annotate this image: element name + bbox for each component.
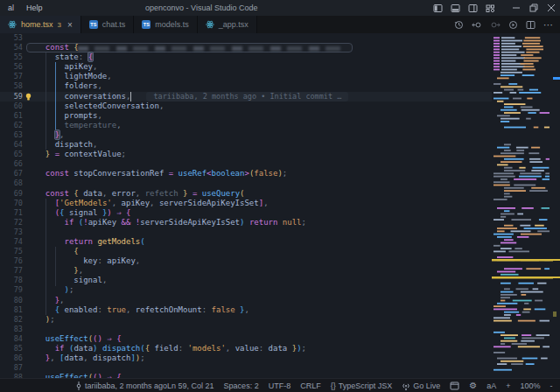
code-line[interactable]: 82 ); (0, 315, 492, 325)
code-line[interactable]: 81 { enabled: true, refetchOnMount: fals… (0, 305, 492, 315)
split-editor-icon[interactable] (526, 20, 536, 30)
code-line[interactable]: 78 signal, (0, 276, 492, 285)
code-line[interactable]: 84 useEffect(() ⇒ { (0, 334, 492, 344)
line-number[interactable]: 77 (0, 266, 23, 276)
code-line[interactable]: 53 (0, 33, 492, 43)
code-lines[interactable]: 5354 const {55 state: {56 apiKey,57 ligh… (0, 33, 492, 378)
tab-home-tsx[interactable]: home.tsx 3 × (0, 16, 81, 33)
line-number[interactable]: 87 (0, 363, 23, 373)
code-line[interactable]: 64 dispatch, (0, 140, 492, 150)
code-line[interactable]: 87 (0, 363, 492, 373)
line-number[interactable]: 64 (0, 140, 23, 150)
line-number[interactable]: 79 (0, 285, 23, 295)
language-indicator[interactable]: {} TypeScript JSX (331, 382, 393, 390)
line-number[interactable]: 76 (0, 256, 23, 266)
zoom-in-button[interactable]: + (506, 382, 510, 390)
more-actions-icon[interactable]: ⋯ (543, 20, 553, 29)
line-number[interactable]: 88 (0, 373, 23, 378)
line-number[interactable]: 68 (0, 178, 23, 188)
code-line[interactable]: 74 return getModels( (0, 237, 492, 247)
encoding-indicator[interactable]: UTF-8 (269, 382, 291, 390)
code-line[interactable]: 61 prompts, (0, 111, 492, 121)
line-number[interactable]: 78 (0, 276, 23, 285)
line-number[interactable]: 55 (0, 52, 23, 62)
line-number[interactable]: 71 (0, 208, 23, 218)
minimap[interactable] (492, 33, 553, 378)
lightbulb-icon[interactable] (23, 92, 36, 102)
font-size-control[interactable]: aA (486, 382, 496, 390)
code-line[interactable]: 54 const { (0, 43, 492, 52)
line-number[interactable]: 73 (0, 228, 23, 237)
gear-icon[interactable]: ⚙ (469, 382, 477, 390)
git-blame-status[interactable]: tariibaba, 2 months ago (75, 382, 167, 390)
code-line[interactable]: 63 }, (0, 130, 492, 140)
line-number[interactable]: 86 (0, 354, 23, 363)
menu-item-help[interactable]: Help (20, 0, 49, 16)
run-icon[interactable] (508, 20, 518, 30)
tab-close-icon[interactable]: × (67, 20, 73, 30)
line-number[interactable]: 81 (0, 305, 23, 315)
line-number[interactable]: 60 (0, 102, 23, 111)
line-number[interactable]: 84 (0, 334, 23, 344)
tab-chat-ts[interactable]: TS chat.ts (81, 16, 135, 33)
code-line[interactable]: 86 }, [data, dispatch]); (0, 354, 492, 363)
line-number[interactable]: 74 (0, 237, 23, 247)
line-number[interactable]: 69 (0, 189, 23, 199)
close-button[interactable] (542, 0, 560, 16)
previous-change-icon[interactable] (472, 20, 482, 30)
code-line[interactable]: 59 conversations,tariibaba, 2 months ago… (0, 92, 492, 102)
timeline-icon[interactable] (454, 20, 464, 30)
line-col-indicator[interactable]: Ln 59, Col 21 (167, 382, 214, 390)
line-number[interactable]: 62 (0, 121, 23, 130)
tab-models-ts[interactable]: TS models.ts (134, 16, 198, 33)
line-number[interactable]: 67 (0, 169, 23, 178)
toggle-sidebar-right-icon[interactable] (464, 0, 481, 16)
next-change-icon[interactable] (490, 20, 500, 30)
code-line[interactable]: 66 (0, 159, 492, 169)
code-line[interactable]: 71 ({ signal }) ⇒ { (0, 208, 492, 218)
line-number[interactable]: 58 (0, 81, 23, 91)
line-number[interactable]: 65 (0, 150, 23, 159)
zoom-out-button[interactable]: - (550, 382, 553, 390)
toggle-panel-icon[interactable] (446, 0, 464, 16)
line-number[interactable]: 53 (0, 33, 23, 43)
code-line[interactable]: 75 { (0, 247, 492, 256)
code-line[interactable]: 76 key: apiKey, (0, 256, 492, 266)
code-line[interactable]: 57 lightMode, (0, 72, 492, 81)
line-number[interactable]: 61 (0, 111, 23, 121)
line-number[interactable]: 85 (0, 344, 23, 354)
code-line[interactable]: 67 const stopConversationRef = useRef<bo… (0, 169, 492, 178)
code-line[interactable]: 58 folders, (0, 81, 492, 91)
go-live-button[interactable]: Go Live (402, 382, 440, 390)
indentation-indicator[interactable]: Spaces: 2 (224, 382, 259, 390)
code-line[interactable]: 55 state: { (0, 52, 492, 62)
menu-item-terminal[interactable]: al (2, 0, 20, 16)
line-number[interactable]: 72 (0, 218, 23, 228)
overview-ruler[interactable] (553, 33, 560, 378)
line-number[interactable]: 56 (0, 62, 23, 72)
line-number[interactable]: 59 (0, 92, 23, 102)
toggle-sidebar-left-icon[interactable] (429, 0, 446, 16)
tab-app-tsx[interactable]: _app.tsx (198, 16, 257, 33)
line-number[interactable]: 82 (0, 315, 23, 325)
line-number[interactable]: 83 (0, 325, 23, 334)
line-number[interactable]: 66 (0, 159, 23, 169)
restore-button[interactable] (525, 0, 542, 16)
line-number[interactable]: 75 (0, 247, 23, 256)
customize-layout-icon[interactable] (481, 0, 499, 16)
code-line[interactable]: 65 } = contextValue; (0, 150, 492, 159)
code-line[interactable]: 70 ['GetModels', apiKey, serverSideApiKe… (0, 199, 492, 208)
code-line[interactable]: 83 (0, 325, 492, 334)
eol-indicator[interactable]: CRLF (300, 382, 321, 390)
code-line[interactable]: 73 (0, 228, 492, 237)
code-line[interactable]: 62 temperature, (0, 121, 492, 130)
code-line[interactable]: 80 }, (0, 296, 492, 305)
code-line[interactable]: 56 apiKey, (0, 62, 492, 72)
line-number[interactable]: 70 (0, 199, 23, 208)
browser-preview-icon[interactable] (450, 382, 459, 390)
code-line[interactable]: 68 (0, 178, 492, 188)
line-number[interactable]: 57 (0, 72, 23, 81)
minimize-button[interactable] (508, 0, 525, 16)
code-line[interactable]: 77 }, (0, 266, 492, 276)
code-line[interactable]: 69 const { data, error, refetch } = useQ… (0, 189, 492, 199)
